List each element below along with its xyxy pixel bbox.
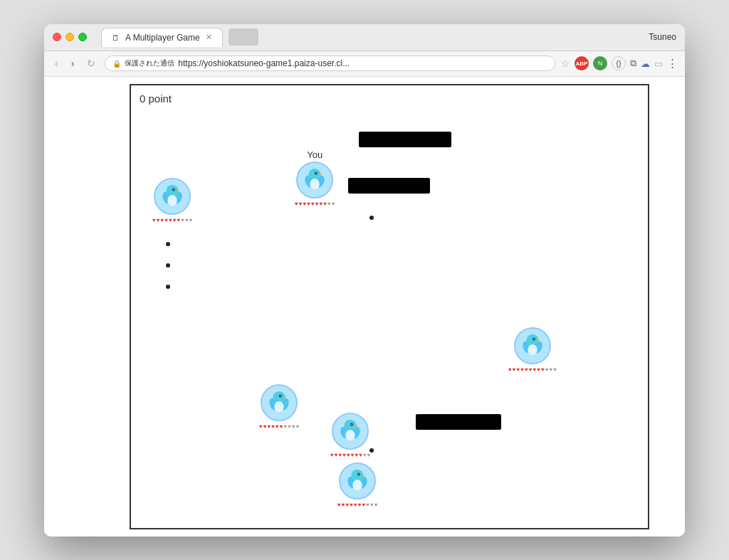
heart-indicator: ♥ — [169, 217, 172, 223]
heart-indicator: ♥ — [359, 452, 362, 458]
heart-indicator: ♥ — [307, 201, 310, 207]
avatar-p3 — [514, 327, 551, 364]
heart-indicator: ♥ — [553, 366, 557, 373]
heart-indicator: ♥ — [161, 217, 164, 223]
heart-indicator: ♥ — [354, 502, 357, 508]
svg-point-38 — [351, 423, 352, 425]
heart-indicator: ♥ — [335, 452, 338, 458]
page-content: 0 point You ♥♥♥♥♥♥♥♥♥♥ ♥♥♥♥♥♥♥♥♥♥ — [44, 77, 685, 537]
redacted-name-0 — [359, 132, 451, 147]
window-user-label: Tsuneo — [649, 32, 676, 42]
heart-indicator: ♥ — [303, 201, 307, 207]
heart-indicator: ♥ — [545, 366, 549, 373]
address-input[interactable]: 🔒 保護された通信 https://yoshiokatsuneo-game1.p… — [105, 56, 555, 71]
address-bar: ‹ › ↻ 🔒 保護された通信 https://yoshiokatsuneo-g… — [44, 51, 685, 77]
heart-indicator: ♥ — [177, 217, 181, 223]
bullet-0 — [166, 242, 170, 246]
heart-indicator: ♥ — [339, 452, 342, 458]
extension-icon-1[interactable]: N — [593, 56, 607, 70]
avatar-you — [296, 162, 333, 199]
title-bar: 🗒 A Multiplayer Game ✕ Tsuneo — [44, 24, 685, 51]
svg-point-47 — [353, 480, 362, 490]
heart-bar-p5: ♥♥♥♥♥♥♥♥♥♥ — [330, 452, 371, 458]
heart-indicator: ♥ — [347, 452, 350, 458]
avatar-p4 — [261, 384, 298, 421]
heart-indicator: ♥ — [346, 502, 350, 508]
heart-indicator: ♥ — [370, 502, 374, 508]
heart-indicator: ♥ — [362, 502, 366, 508]
player-p2: ♥♥♥♥♥♥♥♥♥♥ — [152, 178, 193, 223]
svg-point-30 — [280, 395, 281, 396]
avatar-p5 — [332, 413, 369, 450]
cast-icon[interactable]: ▭ — [654, 58, 663, 69]
redacted-name-2 — [416, 414, 501, 430]
heart-indicator: ♥ — [271, 423, 275, 430]
avatar-p6 — [339, 463, 376, 500]
heart-bar-you: ♥♥♥♥♥♥♥♥♥♥ — [295, 201, 335, 207]
heart-indicator: ♥ — [323, 201, 327, 207]
heart-indicator: ♥ — [367, 452, 371, 458]
heart-indicator: ♥ — [332, 201, 335, 207]
player-p3: ♥♥♥♥♥♥♥♥♥♥♥♥ — [508, 327, 557, 373]
sidebar-left — [44, 77, 122, 537]
tab-page-icon: 🗒 — [112, 33, 120, 42]
heart-indicator: ♥ — [520, 366, 524, 373]
heart-indicator: ♥ — [517, 366, 520, 373]
star-icon[interactable]: ☆ — [561, 58, 570, 69]
heart-indicator: ♥ — [374, 502, 378, 508]
svg-point-15 — [168, 195, 177, 206]
heart-indicator: ♥ — [296, 423, 300, 430]
heart-indicator: ♥ — [292, 423, 295, 430]
heart-indicator: ♥ — [299, 201, 303, 207]
extension-icon-3[interactable]: ☁ — [641, 58, 650, 69]
game-area[interactable]: 0 point You ♥♥♥♥♥♥♥♥♥♥ ♥♥♥♥♥♥♥♥♥♥ — [130, 84, 649, 529]
heart-indicator: ♥ — [173, 217, 177, 223]
copy-icon[interactable]: ⧉ — [630, 58, 636, 69]
heart-indicator: ♥ — [533, 366, 537, 373]
heart-indicator: ♥ — [259, 423, 263, 430]
bullet-3 — [369, 216, 374, 220]
heart-bar-p6: ♥♥♥♥♥♥♥♥♥♥ — [337, 502, 378, 508]
reload-button[interactable]: ↻ — [83, 56, 99, 70]
forward-button[interactable]: › — [68, 56, 78, 70]
tab-close-icon[interactable]: ✕ — [206, 33, 212, 42]
heart-indicator: ♥ — [330, 452, 334, 458]
heart-indicator: ♥ — [268, 423, 271, 430]
back-button[interactable]: ‹ — [51, 56, 62, 70]
player-you-label: You — [307, 149, 322, 160]
heart-indicator: ♥ — [366, 502, 369, 508]
menu-icon[interactable]: ⋮ — [667, 57, 678, 70]
score-label: 0 point — [140, 93, 172, 105]
adblock-icon[interactable]: ABP — [575, 56, 589, 70]
bullet-2 — [166, 285, 170, 289]
heart-indicator: ♥ — [164, 217, 168, 223]
svg-point-14 — [173, 189, 174, 190]
heart-bar-p2: ♥♥♥♥♥♥♥♥♥♥ — [152, 217, 193, 223]
heart-bar-p4: ♥♥♥♥♥♥♥♥♥♥ — [259, 423, 300, 430]
url-text: https://yoshiokatsuneo-game1.paiza-user.… — [178, 58, 350, 68]
heart-indicator: ♥ — [288, 423, 291, 430]
sidebar-right — [656, 77, 685, 537]
player-you: You ♥♥♥♥♥♥♥♥♥♥ — [295, 149, 335, 207]
heart-indicator: ♥ — [550, 366, 553, 373]
extension-icon-2[interactable]: {} — [612, 56, 626, 70]
heart-bar-p3: ♥♥♥♥♥♥♥♥♥♥♥♥ — [508, 366, 557, 373]
heart-indicator: ♥ — [280, 423, 283, 430]
close-button[interactable] — [53, 33, 61, 41]
maximize-button[interactable] — [78, 33, 87, 41]
heart-indicator: ♥ — [529, 366, 533, 373]
minimize-button[interactable] — [65, 33, 74, 41]
browser-tab[interactable]: 🗒 A Multiplayer Game ✕ — [101, 28, 223, 47]
heart-indicator: ♥ — [181, 217, 184, 223]
heart-indicator: ♥ — [189, 217, 193, 223]
heart-indicator: ♥ — [350, 502, 353, 508]
new-tab-area — [229, 28, 258, 46]
heart-indicator: ♥ — [337, 502, 341, 508]
tab-bar: 🗒 A Multiplayer Game ✕ — [101, 28, 643, 47]
heart-indicator: ♥ — [363, 452, 367, 458]
player-p6: ♥♥♥♥♥♥♥♥♥♥ — [337, 463, 378, 508]
lock-icon: 🔒 — [112, 60, 121, 68]
svg-point-39 — [346, 430, 355, 440]
heart-indicator: ♥ — [152, 217, 156, 223]
redacted-name-1 — [348, 178, 430, 194]
